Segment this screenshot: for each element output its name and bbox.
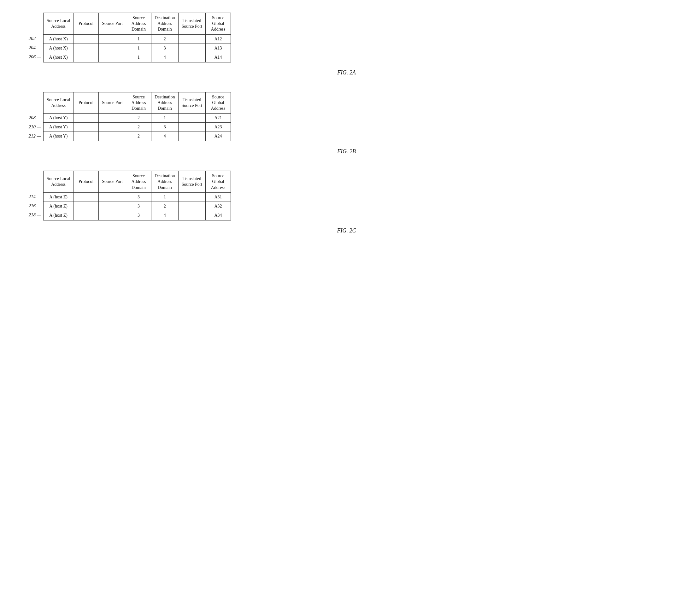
table-cell-fig2a-2-3: 1 [126, 53, 151, 62]
table-cell-fig2b-1-1 [74, 123, 99, 132]
table-cell-fig2b-1-5 [178, 123, 206, 132]
table-cell-fig2a-2-5 [178, 53, 206, 62]
table-cell-fig2a-0-6: A12 [206, 34, 231, 43]
table-row-fig2a-1: A (host X)13A13 [43, 43, 231, 53]
table-cell-fig2b-2-5 [178, 132, 206, 141]
table-cell-fig2b-0-4: 1 [151, 114, 178, 123]
row-label-text: 202 — [19, 36, 41, 41]
fig-caption-fig2a: FIG. 2A [337, 69, 356, 76]
row-label-fig2b-1: 210 — [19, 122, 43, 132]
figure-block-fig2a: 202 —204 —206 —Source LocalAddressProtoc… [19, 13, 674, 76]
row-labels-fig2a: 202 —204 —206 — [19, 13, 43, 62]
col-header-1-2: Source Port [99, 92, 126, 114]
table-cell-fig2a-2-0: A (host X) [43, 53, 74, 62]
table-cell-fig2a-2-4: 4 [151, 53, 178, 62]
col-header-1-5: TranslatedSource Port [178, 92, 206, 114]
table-cell-fig2c-0-1 [74, 193, 99, 202]
row-label-text: 218 — [19, 212, 41, 218]
col-header-2-3: SourceAddressDomain [126, 171, 151, 193]
col-header-1-4: DestinationAddressDomain [151, 92, 178, 114]
page-container: 202 —204 —206 —Source LocalAddressProtoc… [19, 13, 674, 234]
table-cell-fig2c-1-4: 2 [151, 202, 178, 211]
row-label-fig2a-2: 206 — [19, 52, 43, 62]
table-row-fig2c-0: A (host Z)31A31 [43, 193, 231, 202]
table-wrapper-fig2b: 208 —210 —212 —Source LocalAddressProtoc… [19, 92, 674, 142]
table-row-fig2b-2: A (host Y)24A24 [43, 132, 231, 141]
table-cell-fig2c-2-4: 4 [151, 211, 178, 220]
row-label-text: 206 — [19, 54, 41, 60]
fig-caption-fig2c: FIG. 2C [337, 227, 356, 234]
row-label-fig2b-2: 212 — [19, 132, 43, 141]
table-cell-fig2a-0-1 [74, 34, 99, 43]
row-labels-fig2c: 214 —216 —218 — [19, 171, 43, 220]
figure-block-fig2c: 214 —216 —218 —Source LocalAddressProtoc… [19, 171, 674, 234]
table-cell-fig2b-1-4: 3 [151, 123, 178, 132]
table-cell-fig2b-0-3: 2 [126, 114, 151, 123]
table-cell-fig2b-0-2 [99, 114, 126, 123]
col-header-2-6: SourceGlobalAddress [206, 171, 231, 193]
table-cell-fig2b-2-1 [74, 132, 99, 141]
row-label-text: 212 — [19, 134, 41, 139]
table-wrapper-fig2a: 202 —204 —206 —Source LocalAddressProtoc… [19, 13, 674, 62]
col-header-2-4: DestinationAddressDomain [151, 171, 178, 193]
row-label-fig2a-0: 202 — [19, 34, 43, 43]
table-row-fig2c-1: A (host Z)32A32 [43, 202, 231, 211]
table-fig2c: Source LocalAddressProtocolSource PortSo… [43, 171, 231, 220]
col-header-0-5: TranslatedSource Port [178, 13, 206, 34]
table-cell-fig2b-0-0: A (host Y) [43, 114, 74, 123]
table-cell-fig2b-0-5 [178, 114, 206, 123]
table-cell-fig2c-0-2 [99, 193, 126, 202]
table-cell-fig2b-1-2 [99, 123, 126, 132]
table-row-fig2a-2: A (host X)14A14 [43, 53, 231, 62]
table-cell-fig2b-1-3: 2 [126, 123, 151, 132]
row-label-fig2b-0: 208 — [19, 113, 43, 122]
table-cell-fig2c-2-0: A (host Z) [43, 211, 74, 220]
row-label-text: 204 — [19, 45, 41, 51]
col-header-0-6: SourceGlobalAddress [206, 13, 231, 34]
table-cell-fig2c-1-6: A32 [206, 202, 231, 211]
col-header-2-1: Protocol [74, 171, 99, 193]
col-header-0-4: DestinationAddressDomain [151, 13, 178, 34]
table-cell-fig2b-2-3: 2 [126, 132, 151, 141]
table-cell-fig2a-0-4: 2 [151, 34, 178, 43]
table-cell-fig2b-1-0: A (host Y) [43, 123, 74, 132]
table-cell-fig2a-0-3: 1 [126, 34, 151, 43]
table-cell-fig2c-2-5 [178, 211, 206, 220]
table-cell-fig2c-1-3: 3 [126, 202, 151, 211]
row-label-text: 214 — [19, 194, 41, 199]
table-cell-fig2a-1-4: 3 [151, 43, 178, 53]
row-label-text: 208 — [19, 115, 41, 120]
col-header-2-5: TranslatedSource Port [178, 171, 206, 193]
table-row-fig2b-1: A (host Y)23A23 [43, 123, 231, 132]
col-header-2-0: Source LocalAddress [43, 171, 74, 193]
table-cell-fig2b-2-2 [99, 132, 126, 141]
table-cell-fig2c-2-2 [99, 211, 126, 220]
col-header-0-3: SourceAddressDomain [126, 13, 151, 34]
fig-caption-fig2b: FIG. 2B [337, 148, 356, 155]
table-cell-fig2a-0-2 [99, 34, 126, 43]
table-cell-fig2a-1-1 [74, 43, 99, 53]
col-header-1-1: Protocol [74, 92, 99, 114]
table-cell-fig2c-2-3: 3 [126, 211, 151, 220]
table-cell-fig2a-2-2 [99, 53, 126, 62]
row-label-fig2c-0: 214 — [19, 192, 43, 201]
table-cell-fig2b-2-0: A (host Y) [43, 132, 74, 141]
row-labels-fig2b: 208 —210 —212 — [19, 92, 43, 141]
table-cell-fig2c-1-0: A (host Z) [43, 202, 74, 211]
table-row-fig2a-0: A (host X)12A12 [43, 34, 231, 43]
table-cell-fig2c-1-1 [74, 202, 99, 211]
table-cell-fig2a-1-3: 1 [126, 43, 151, 53]
table-cell-fig2c-0-6: A31 [206, 193, 231, 202]
table-cell-fig2b-2-4: 4 [151, 132, 178, 141]
table-cell-fig2a-1-2 [99, 43, 126, 53]
table-cell-fig2a-1-5 [178, 43, 206, 53]
row-label-text: 216 — [19, 203, 41, 208]
col-header-1-3: SourceAddressDomain [126, 92, 151, 114]
row-label-fig2c-2: 218 — [19, 211, 43, 220]
table-cell-fig2b-1-6: A23 [206, 123, 231, 132]
row-label-fig2a-1: 204 — [19, 43, 43, 52]
table-cell-fig2c-2-1 [74, 211, 99, 220]
table-cell-fig2c-2-6: A34 [206, 211, 231, 220]
table-cell-fig2a-0-5 [178, 34, 206, 43]
figure-block-fig2b: 208 —210 —212 —Source LocalAddressProtoc… [19, 92, 674, 155]
